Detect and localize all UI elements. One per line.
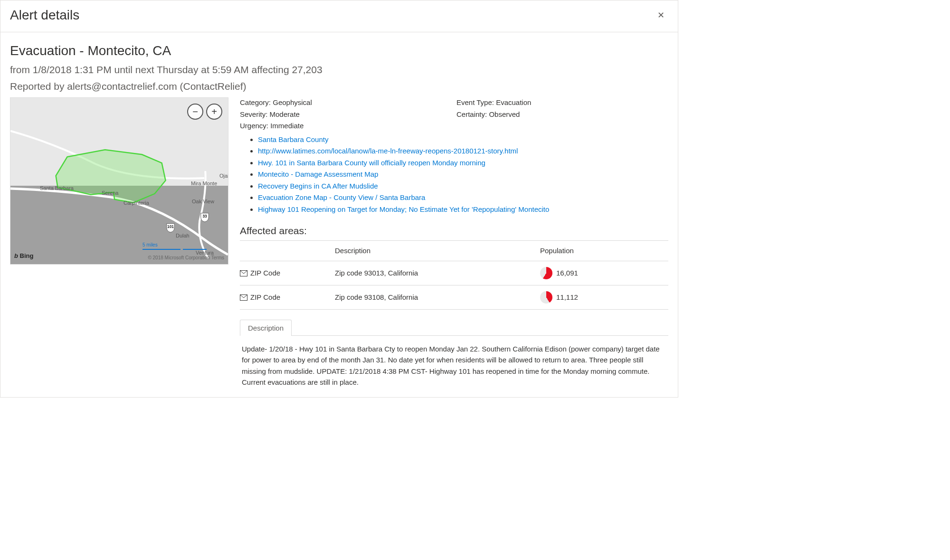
area-type-cell: ZIP Code xyxy=(240,261,335,285)
detail-tabs: Description xyxy=(240,319,668,336)
map-label-santa-barbara: Santa Barbara xyxy=(40,184,74,192)
dialog-content: Evacuation - Montecito, CA from 1/8/2018… xyxy=(0,32,678,397)
area-description-cell: Zip code 93013, California xyxy=(335,261,540,285)
affected-areas-table: Description Population ZIP CodeZip code … xyxy=(240,240,668,310)
map-scale: 5 miles xyxy=(142,241,180,250)
affected-areas-title: Affected areas: xyxy=(240,223,668,238)
tab-description[interactable]: Description xyxy=(240,320,292,336)
alert-title: Evacuation - Montecito, CA xyxy=(10,41,668,61)
reference-link[interactable]: Montecito - Damage Assessment Map xyxy=(258,170,378,178)
meta-certainty: Certainty: Observed xyxy=(456,109,668,120)
description-body: Update- 1/20/18 - Hwy 101 in Santa Barba… xyxy=(240,336,668,388)
map-label-dulah: Dulah xyxy=(176,232,190,240)
map-label-ojai: Ojai xyxy=(219,172,228,180)
map-zoom-controls: − + xyxy=(187,104,222,120)
meta-urgency: Urgency: Immediate xyxy=(240,121,668,132)
list-item: Highway 101 Reopening on Target for Mond… xyxy=(258,204,668,215)
map-label-serena: Serena xyxy=(102,189,118,197)
reference-link[interactable]: Santa Barbara County xyxy=(258,135,328,143)
area-description-cell: Zip code 93108, California xyxy=(335,285,540,310)
list-item: http://www.latimes.com/local/lanow/la-me… xyxy=(258,146,668,157)
envelope-icon xyxy=(240,270,247,276)
bing-map[interactable]: Santa Barbara Serena Carpinteria Ojai Mi… xyxy=(10,97,228,265)
svg-text:33: 33 xyxy=(202,214,207,218)
map-label-oak-view: Oak View xyxy=(192,198,214,206)
list-item: Evacuation Zone Map - County View / Sant… xyxy=(258,192,668,203)
reference-link[interactable]: Recovery Begins in CA After Mudslide xyxy=(258,182,378,190)
svg-text:101: 101 xyxy=(167,225,174,229)
bing-logo: b Bing xyxy=(14,251,33,261)
zoom-in-button[interactable]: + xyxy=(206,104,222,120)
table-header-type xyxy=(240,240,335,261)
meta-eventtype: Event Type: Evacuation xyxy=(456,97,668,108)
alert-details-dialog: Alert details ✕ Evacuation - Montecito, … xyxy=(0,0,678,398)
meta-severity: Severity: Moderate xyxy=(240,109,452,120)
reference-link[interactable]: Highway 101 Reopening on Target for Mond… xyxy=(258,205,549,213)
dialog-title: Alert details xyxy=(10,5,79,25)
area-type-cell: ZIP Code xyxy=(240,285,335,310)
reference-link[interactable]: Evacuation Zone Map - County View / Sant… xyxy=(258,193,425,201)
area-population-cell: 11,112 xyxy=(540,285,668,310)
hwy-shield-101-icon: 101 xyxy=(165,222,176,233)
reference-link[interactable]: http://www.latimes.com/local/lanow/la-me… xyxy=(258,147,518,155)
list-item: Montecito - Damage Assessment Map xyxy=(258,169,668,180)
list-item: Hwy. 101 in Santa Barbara County will of… xyxy=(258,158,668,169)
envelope-icon xyxy=(240,294,247,301)
population-pie-icon xyxy=(540,291,552,304)
area-population-value: 11,112 xyxy=(556,292,578,303)
meta-grid: Category: Geophysical Event Type: Evacua… xyxy=(240,97,668,133)
table-header-description: Description xyxy=(335,240,540,261)
alert-reporter: Reported by alerts@contactrelief.com (Co… xyxy=(10,79,668,94)
table-header-population: Population xyxy=(540,240,668,261)
map-label-carpinteria: Carpinteria xyxy=(124,199,149,207)
info-column: Category: Geophysical Event Type: Evacua… xyxy=(240,97,668,388)
area-type-label: ZIP Code xyxy=(250,268,280,279)
area-population-cell: 16,091 xyxy=(540,261,668,285)
area-population-value: 16,091 xyxy=(556,268,578,279)
list-item: Recovery Begins in CA After Mudslide xyxy=(258,181,668,192)
map-label-mira-monte: Mira Monte xyxy=(191,180,217,188)
close-button[interactable]: ✕ xyxy=(654,8,668,22)
zoom-out-button[interactable]: − xyxy=(187,104,203,120)
meta-category: Category: Geophysical xyxy=(240,97,452,108)
reference-link[interactable]: Hwy. 101 in Santa Barbara County will of… xyxy=(258,159,485,167)
hwy-shield-33-icon: 33 xyxy=(200,212,210,222)
table-row: ZIP CodeZip code 93013, California16,091 xyxy=(240,261,668,285)
dialog-header: Alert details ✕ xyxy=(0,0,678,32)
map-column: Santa Barbara Serena Carpinteria Ojai Mi… xyxy=(10,97,228,388)
map-credit: © 2018 Microsoft Corporation Terms xyxy=(148,254,224,261)
list-item: Santa Barbara County xyxy=(258,134,668,145)
table-row: ZIP CodeZip code 93108, California11,112 xyxy=(240,285,668,310)
alert-time-range: from 1/8/2018 1:31 PM until next Thursda… xyxy=(10,62,668,77)
area-type-label: ZIP Code xyxy=(250,292,280,303)
population-pie-icon xyxy=(540,267,552,279)
main-row: Santa Barbara Serena Carpinteria Ojai Mi… xyxy=(10,97,668,388)
reference-links: Santa Barbara County http://www.latimes.… xyxy=(240,134,668,215)
